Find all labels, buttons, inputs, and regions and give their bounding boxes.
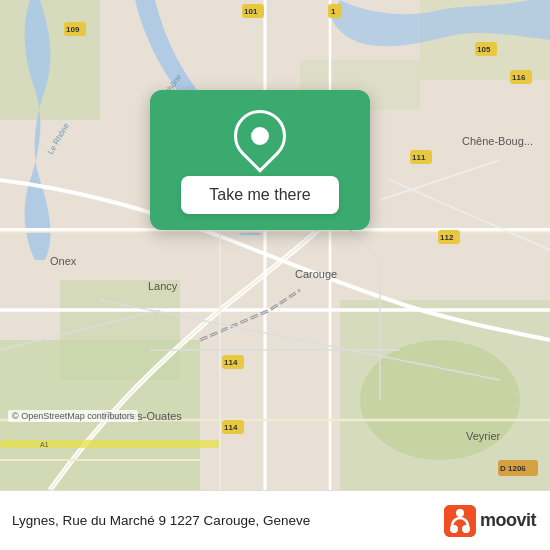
- svg-rect-8: [0, 440, 220, 448]
- take-me-there-button[interactable]: Take me there: [181, 176, 338, 214]
- svg-text:109: 109: [66, 25, 80, 34]
- svg-point-4: [360, 340, 520, 460]
- svg-point-40: [456, 509, 464, 517]
- bottom-bar: Lygnes, Rue du Marché 9 1227 Carouge, Ge…: [0, 490, 550, 550]
- svg-text:114: 114: [224, 423, 238, 432]
- svg-point-42: [463, 527, 469, 533]
- location-card: Take me there: [150, 90, 370, 230]
- moovit-logo-text: moovit: [480, 510, 536, 531]
- svg-text:D 1206: D 1206: [500, 464, 526, 473]
- svg-text:112: 112: [440, 233, 454, 242]
- svg-text:Lancy: Lancy: [148, 280, 178, 292]
- svg-text:A1: A1: [40, 441, 49, 448]
- address-text: Lygnes, Rue du Marché 9 1227 Carouge, Ge…: [12, 513, 434, 528]
- map-attribution: © OpenStreetMap contributors: [8, 410, 138, 422]
- svg-text:101: 101: [244, 7, 258, 16]
- svg-point-41: [451, 527, 457, 533]
- location-pin-icon: [223, 99, 297, 173]
- svg-text:Onex: Onex: [50, 255, 77, 267]
- moovit-logo-icon: [444, 505, 476, 537]
- moovit-logo: moovit: [444, 505, 536, 537]
- map-container: A1 101 1 109 105 116 111 112 114: [0, 0, 550, 490]
- svg-text:Chêne-Boug...: Chêne-Boug...: [462, 135, 533, 147]
- svg-text:105: 105: [477, 45, 491, 54]
- svg-text:114: 114: [224, 358, 238, 367]
- svg-text:1: 1: [331, 7, 336, 16]
- svg-text:116: 116: [512, 73, 526, 82]
- svg-text:111: 111: [412, 153, 426, 162]
- svg-text:Veyrier: Veyrier: [466, 430, 501, 442]
- svg-text:Carouge: Carouge: [295, 268, 337, 280]
